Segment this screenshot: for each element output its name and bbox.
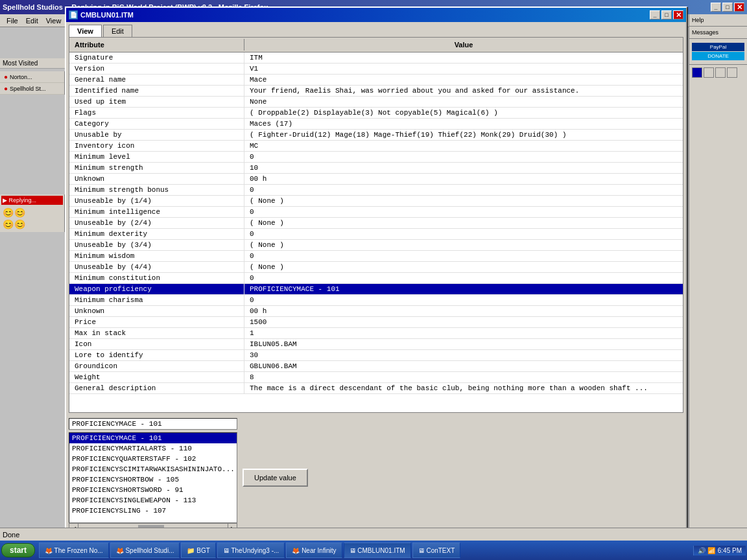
table-row[interactable]: Unknown 00 h xyxy=(69,306,683,317)
table-row[interactable]: Inventory icon MC xyxy=(69,141,683,152)
table-row[interactable]: Version V1 xyxy=(69,64,683,75)
taskbar-item[interactable]: 🖥 CMBLUN01.ITM xyxy=(344,542,411,558)
table-body[interactable]: Signature ITM Version V1 General name Ma… xyxy=(69,52,683,412)
table-row[interactable]: General name Mace xyxy=(69,75,683,86)
menu-file[interactable]: File xyxy=(3,16,22,26)
table-row[interactable]: Weight 8 xyxy=(69,372,683,383)
dropdown-list-item[interactable]: PROFICIENCYSINGLEWEAPON - 113 xyxy=(69,495,237,506)
table-cell-value: 0 xyxy=(244,229,683,239)
firefox-close-btn[interactable]: ✕ xyxy=(734,3,744,12)
dialog-window: 📄 CMBLUN01.ITM _ □ ✕ View Edit Attribute… xyxy=(65,6,687,544)
taskbar-item[interactable]: 🦊 Spellhold Studi... xyxy=(110,542,180,558)
start-button[interactable]: start xyxy=(1,543,35,557)
table-cell-attr: Unknown xyxy=(69,306,244,316)
value-row xyxy=(69,418,683,430)
dropdown-list-item[interactable]: PROFICIENCYSHORTBOW - 105 xyxy=(69,474,237,485)
table-row[interactable]: Groundicon GBLUN06.BAM xyxy=(69,361,683,372)
table-cell-attr: Unuseable by (3/4) xyxy=(69,240,244,250)
table-row[interactable]: Minimum strength 10 xyxy=(69,163,683,174)
table-cell-attr: Unuseable by (2/4) xyxy=(69,218,244,228)
tool-icon-4[interactable] xyxy=(727,67,737,78)
table-row[interactable]: General description The mace is a direct… xyxy=(69,383,683,394)
menu-view[interactable]: View xyxy=(42,16,65,26)
table-row[interactable]: Used up item None xyxy=(69,97,683,108)
value-input[interactable] xyxy=(69,418,237,430)
firefox-maximize-btn[interactable]: □ xyxy=(722,3,733,12)
sidebar-item-norton[interactable]: ● Norton... xyxy=(0,71,64,83)
table-cell-attr: Signature xyxy=(69,52,244,63)
table-row[interactable]: Minimum dexterity 0 xyxy=(69,229,683,240)
taskbar-item[interactable]: 🦊 The Frozen No... xyxy=(39,542,109,558)
table-row[interactable]: Identified name Your friend, Raelis Shai… xyxy=(69,86,683,97)
paypal-label: PayPal xyxy=(692,43,744,51)
table-row[interactable]: Category Maces (17) xyxy=(69,119,683,130)
update-value-button[interactable]: Update value xyxy=(243,469,308,487)
firefox-minimize-btn[interactable]: _ xyxy=(711,3,721,12)
table-cell-attr: Category xyxy=(69,119,244,129)
taskbar-item[interactable]: 🖥 TheUndying3 -... xyxy=(217,542,285,558)
dropdown-list[interactable]: PROFICIENCYMACE - 101PROFICIENCYMARTIALA… xyxy=(69,432,237,523)
table-row[interactable]: Flags ( Droppable(2) Displayable(3) Not … xyxy=(69,108,683,119)
table-row[interactable]: Minimum constitution 0 xyxy=(69,273,683,284)
table-row[interactable]: Max in stack 1 xyxy=(69,328,683,339)
table-row[interactable]: Price 1500 xyxy=(69,317,683,328)
dialog-icon: 📄 xyxy=(69,10,78,19)
table-row[interactable]: Minimum strength bonus 0 xyxy=(69,185,683,196)
table-row[interactable]: Signature ITM xyxy=(69,52,683,64)
table-row[interactable]: Minimum intelligence 0 xyxy=(69,207,683,218)
tab-edit[interactable]: Edit xyxy=(103,25,132,37)
table-cell-value: MC xyxy=(244,141,683,151)
table-cell-value: ( None ) xyxy=(244,262,683,272)
table-row[interactable]: Unknown 00 h xyxy=(69,174,683,185)
dialog-maximize-btn[interactable]: □ xyxy=(661,10,672,19)
dropdown-list-item[interactable]: PROFICIENCYQUARTERSTAFF - 102 xyxy=(69,454,237,464)
table-cell-value: ( None ) xyxy=(244,196,683,206)
dropdown-container: PROFICIENCYMACE - 101PROFICIENCYMARTIALA… xyxy=(69,432,237,533)
table-cell-value: ( Droppable(2) Displayable(3) Not copyab… xyxy=(244,108,683,118)
help-btn[interactable]: Help xyxy=(689,14,747,27)
table-row[interactable]: Minimum level 0 xyxy=(69,152,683,163)
menu-edit[interactable]: Edit xyxy=(22,16,42,26)
table-row[interactable]: Unuseable by (2/4) ( None ) xyxy=(69,218,683,229)
dialog-minimize-btn[interactable]: _ xyxy=(650,10,660,19)
system-icons: 🔊 📶 xyxy=(698,547,715,554)
table-cell-value: 0 xyxy=(244,295,683,305)
replying-btn[interactable]: ▶ Replying... xyxy=(1,196,63,205)
table-cell-value: 1 xyxy=(244,328,683,338)
table-row[interactable]: Lore to identify 30 xyxy=(69,350,683,361)
dropdown-list-item[interactable]: PROFICIENCYMARTIALARTS - 110 xyxy=(69,443,237,454)
table-row[interactable]: Unuseable by (1/4) ( None ) xyxy=(69,196,683,207)
bottom-section: PROFICIENCYMACE - 101PROFICIENCYMARTIALA… xyxy=(66,415,686,539)
table-row[interactable]: Icon IBLUN05.BAM xyxy=(69,339,683,350)
table-cell-value: 0 xyxy=(244,152,683,162)
taskbar-item[interactable]: 🦊 Near Infinity xyxy=(286,542,342,558)
sidebar-item-spellhold[interactable]: ● Spellhold St... xyxy=(0,83,64,95)
donate-btn[interactable]: DONATE xyxy=(692,52,744,60)
table-row[interactable]: Unuseable by (4/4) ( None ) xyxy=(69,262,683,273)
table-row[interactable]: Weapon proficiency PROFICIENCYMACE - 101 xyxy=(69,284,683,295)
messages-btn[interactable]: Messages xyxy=(689,27,747,39)
table-cell-value: 0 xyxy=(244,207,683,217)
table-row[interactable]: Minimum charisma 0 xyxy=(69,295,683,306)
tab-view[interactable]: View xyxy=(69,25,102,37)
tool-icon-3[interactable] xyxy=(715,67,726,78)
table-cell-value: The mace is a direct descendant of the b… xyxy=(244,383,683,393)
spellhold-icon: ● xyxy=(4,85,8,92)
dropdown-list-item[interactable]: PROFICIENCYSHORTSWORD - 91 xyxy=(69,485,237,495)
tool-icon-2[interactable] xyxy=(704,67,714,78)
table-cell-value: 8 xyxy=(244,372,683,382)
table-cell-value: ITM xyxy=(244,52,683,63)
dialog-close-btn[interactable]: ✕ xyxy=(673,10,683,19)
table-row[interactable]: Unuseable by (3/4) ( None ) xyxy=(69,240,683,251)
table-cell-attr: Identified name xyxy=(69,86,244,96)
table-row[interactable]: Unusable by ( Fighter-Druid(12) Mage(18)… xyxy=(69,130,683,141)
table-row[interactable]: Minimum wisdom 0 xyxy=(69,251,683,262)
taskbar-item[interactable]: 📁 BGT xyxy=(181,542,215,558)
dialog-title-text: CMBLUN01.ITM xyxy=(80,11,134,19)
dropdown-list-item[interactable]: PROFICIENCYSLING - 107 xyxy=(69,506,237,516)
table-cell-value: 10 xyxy=(244,163,683,173)
dropdown-list-item[interactable]: PROFICIENCYSCIMITARWAKISASHININJATO... xyxy=(69,464,237,474)
tool-icon-1[interactable] xyxy=(692,67,702,78)
taskbar-item[interactable]: 🖥 ConTEXT xyxy=(412,542,461,558)
dropdown-list-item[interactable]: PROFICIENCYMACE - 101 xyxy=(69,433,237,443)
